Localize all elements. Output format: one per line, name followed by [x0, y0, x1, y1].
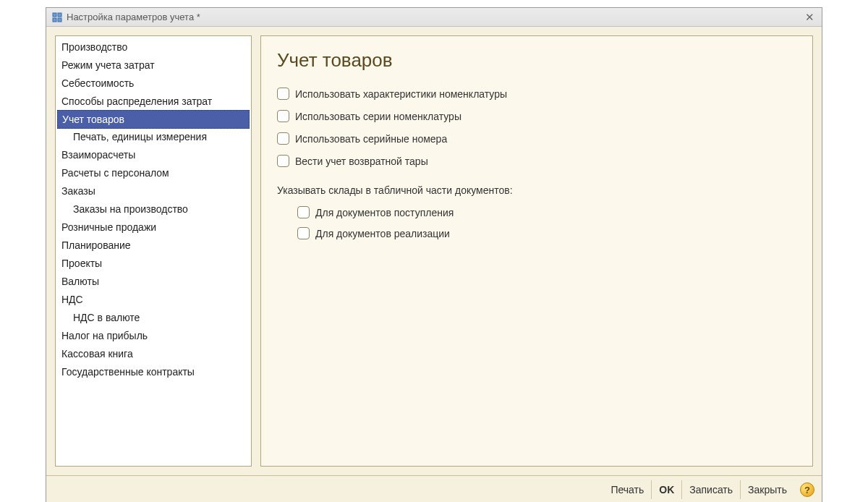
- sub-checkbox-0[interactable]: [297, 206, 310, 218]
- sidebar-item-label: Планирование: [61, 239, 131, 251]
- sidebar-item-17[interactable]: Кассовая книга: [57, 345, 250, 363]
- checkbox-label: Использовать характеристики номенклатуры: [295, 88, 507, 100]
- sidebar-item-label: Печать, единицы измерения: [73, 131, 207, 142]
- checkbox-label: Использовать серии номенклатуры: [295, 111, 461, 122]
- sidebar-item-label: Проекты: [61, 258, 102, 269]
- sidebar-item-label: Налог на прибыль: [61, 330, 148, 341]
- page-heading: Учет товаров: [277, 49, 796, 72]
- sidebar-item-2[interactable]: Себестоимость: [57, 75, 250, 93]
- window-title: Настройка параметров учета *: [67, 12, 200, 22]
- sidebar-item-label: Способы распределения затрат: [61, 95, 212, 107]
- sidebar: ПроизводствоРежим учета затратСебестоимо…: [55, 35, 252, 467]
- sub-checkbox-label: Для документов реализации: [315, 228, 450, 239]
- sidebar-item-0[interactable]: Производство: [57, 38, 250, 56]
- sub-checkbox-row-0: Для документов поступления: [297, 206, 796, 218]
- sidebar-item-11[interactable]: Планирование: [57, 237, 250, 255]
- help-icon: ?: [804, 485, 810, 495]
- sidebar-item-15[interactable]: НДС в валюте: [57, 309, 250, 327]
- sidebar-item-label: Взаиморасчеты: [61, 149, 135, 161]
- sidebar-item-label: Кассовая книга: [61, 348, 133, 360]
- content-panel: Учет товаров Использовать характеристики…: [260, 35, 813, 467]
- checkbox-3[interactable]: [277, 155, 289, 167]
- sidebar-item-9[interactable]: Заказы на производство: [57, 200, 250, 218]
- sidebar-item-1[interactable]: Режим учета затрат: [57, 56, 250, 75]
- checkbox-2[interactable]: [277, 132, 289, 145]
- sidebar-item-label: Производство: [61, 41, 127, 53]
- close-button[interactable]: Закрыть: [740, 480, 794, 499]
- ok-button[interactable]: OK: [651, 480, 681, 499]
- sidebar-item-8[interactable]: Заказы: [57, 182, 250, 200]
- checkbox-row-3: Вести учет возвратной тары: [277, 155, 796, 167]
- sidebar-item-label: Себестоимость: [61, 77, 134, 89]
- sidebar-item-4[interactable]: Учет товаров: [57, 110, 250, 129]
- checkbox-0[interactable]: [277, 88, 289, 100]
- sidebar-item-18[interactable]: Государственные контракты: [57, 363, 250, 381]
- sidebar-item-12[interactable]: Проекты: [57, 255, 250, 273]
- sidebar-item-label: Учет товаров: [62, 114, 124, 125]
- sidebar-item-label: Государственные контракты: [61, 366, 195, 378]
- sidebar-item-3[interactable]: Способы распределения затрат: [57, 93, 250, 111]
- footer: Печать OK Записать Закрыть ?: [46, 475, 822, 502]
- sub-checkbox-row-1: Для документов реализации: [297, 227, 796, 239]
- titlebar-left: Настройка параметров учета *: [52, 12, 200, 22]
- section-label: Указывать склады в табличной части докум…: [277, 184, 796, 196]
- titlebar[interactable]: Настройка параметров учета * ✕: [46, 8, 822, 27]
- sidebar-item-10[interactable]: Розничные продажи: [57, 218, 250, 237]
- checkbox-label: Вести учет возвратной тары: [295, 156, 428, 167]
- checkbox-row-0: Использовать характеристики номенклатуры: [277, 88, 796, 100]
- svg-rect-3: [58, 18, 61, 22]
- print-button[interactable]: Печать: [603, 480, 651, 499]
- svg-rect-1: [58, 13, 61, 17]
- checkbox-row-2: Использовать серийные номера: [277, 132, 796, 145]
- sidebar-item-label: Заказы: [61, 185, 95, 197]
- sidebar-item-5[interactable]: Печать, единицы измерения: [57, 128, 250, 146]
- checkbox-row-1: Использовать серии номенклатуры: [277, 110, 796, 122]
- help-button[interactable]: ?: [800, 482, 814, 497]
- sidebar-item-16[interactable]: Налог на прибыль: [57, 327, 250, 345]
- sidebar-item-label: Валюты: [61, 276, 99, 287]
- app-grid-icon: [52, 12, 62, 22]
- svg-rect-2: [53, 18, 56, 22]
- sidebar-item-label: НДС в валюте: [73, 312, 140, 323]
- sidebar-item-label: Розничные продажи: [61, 221, 156, 233]
- sidebar-item-6[interactable]: Взаиморасчеты: [57, 146, 250, 164]
- sidebar-item-label: Расчеты с персоналом: [61, 167, 169, 179]
- sub-checkbox-1[interactable]: [297, 227, 310, 239]
- checkbox-label: Использовать серийные номера: [295, 133, 447, 145]
- settings-window: Настройка параметров учета * ✕ Производс…: [46, 7, 822, 502]
- save-button[interactable]: Записать: [681, 480, 740, 499]
- sub-checkbox-label: Для документов поступления: [315, 207, 454, 218]
- sidebar-item-7[interactable]: Расчеты с персоналом: [57, 164, 250, 182]
- sidebar-item-label: Заказы на производство: [73, 203, 188, 215]
- window-body: ПроизводствоРежим учета затратСебестоимо…: [46, 27, 822, 475]
- sidebar-item-14[interactable]: НДС: [57, 291, 250, 309]
- sidebar-item-label: Режим учета затрат: [61, 59, 155, 71]
- window-close-button[interactable]: ✕: [803, 11, 816, 24]
- sidebar-item-13[interactable]: Валюты: [57, 273, 250, 291]
- svg-rect-0: [53, 13, 56, 17]
- sidebar-item-label: НДС: [61, 294, 83, 305]
- close-icon: ✕: [805, 12, 814, 22]
- checkbox-1[interactable]: [277, 110, 289, 122]
